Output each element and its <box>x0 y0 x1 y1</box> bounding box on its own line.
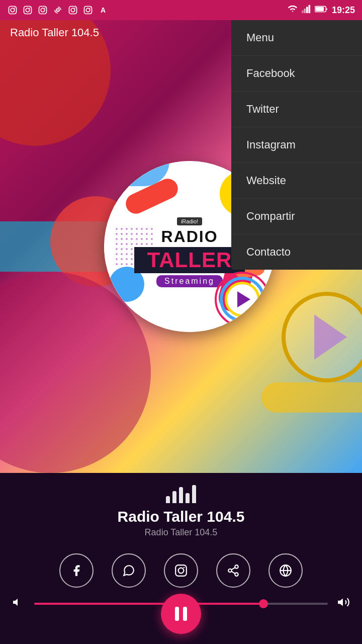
svg-point-28 <box>235 573 238 576</box>
vis-bar-5 <box>192 485 196 503</box>
signal-icon <box>302 5 311 16</box>
share-btn[interactable] <box>216 553 250 588</box>
a-icon: A <box>98 5 109 16</box>
vis-bar-3 <box>179 487 183 503</box>
menu-item-twitter[interactable]: Twitter <box>231 92 362 127</box>
volume-fill <box>34 603 263 605</box>
volume-low-icon <box>12 596 27 611</box>
svg-point-16 <box>89 8 90 9</box>
facebook-btn[interactable] <box>59 553 94 588</box>
svg-point-24 <box>178 568 184 574</box>
svg-point-25 <box>184 567 185 569</box>
svg-rect-17 <box>302 11 304 13</box>
instagram-icon-5 <box>82 5 94 16</box>
menu-item-menu[interactable]: Menu <box>231 20 362 56</box>
logo-iradio: iRadio! <box>177 217 202 225</box>
svg-point-5 <box>29 8 30 9</box>
vis-bar-1 <box>166 496 170 503</box>
svg-point-7 <box>41 8 45 12</box>
svg-marker-33 <box>13 599 18 606</box>
svg-point-2 <box>14 8 15 9</box>
instagram-icon-2 <box>22 5 33 16</box>
svg-point-12 <box>71 8 75 12</box>
station-name: Radio Taller 104.5 <box>0 508 362 525</box>
status-bar: A 19:25 <box>0 0 362 20</box>
bottom-panel: Radio Taller 104.5 Radio Taller 104.5 <box>0 473 362 644</box>
svg-line-30 <box>231 568 235 570</box>
bg-play-circle <box>282 292 362 382</box>
menu-item-compartir[interactable]: Compartir <box>231 199 362 234</box>
svg-rect-6 <box>39 7 47 14</box>
vis-bar-2 <box>172 491 176 503</box>
svg-rect-0 <box>9 7 17 14</box>
menu-item-website[interactable]: Website <box>231 163 362 199</box>
station-info: Radio Taller 104.5 Radio Taller 104.5 <box>0 508 362 538</box>
svg-rect-14 <box>84 7 92 14</box>
visualizer <box>166 485 196 503</box>
social-icons-row <box>0 553 362 588</box>
svg-rect-19 <box>306 7 308 14</box>
instagram-social-btn[interactable] <box>164 553 198 588</box>
svg-point-26 <box>235 565 238 569</box>
menu-item-instagram[interactable]: Instagram <box>231 127 362 163</box>
station-subtitle: Radio Taller 104.5 <box>0 527 362 538</box>
svg-point-27 <box>228 569 232 573</box>
svg-rect-18 <box>304 9 306 13</box>
svg-rect-22 <box>315 7 324 11</box>
status-icons-left: A <box>7 5 109 16</box>
svg-rect-3 <box>24 7 32 14</box>
volume-thumb <box>259 599 268 608</box>
website-btn[interactable] <box>268 553 303 588</box>
pause-icon <box>175 607 187 621</box>
clock: 19:25 <box>332 5 355 16</box>
wifi-icon <box>288 5 298 16</box>
svg-point-10 <box>57 10 58 11</box>
menu-item-contacto[interactable]: Contacto <box>231 234 362 270</box>
svg-point-1 <box>11 8 15 12</box>
logo-streaming: Streaming <box>156 275 223 287</box>
logo-taller: TALLER <box>134 247 245 273</box>
status-icons-right: 19:25 <box>288 5 355 16</box>
podcast-icon <box>52 5 63 16</box>
logo-play-button[interactable] <box>225 282 260 317</box>
instagram-icon-4 <box>67 5 78 16</box>
svg-rect-11 <box>69 7 77 14</box>
svg-rect-20 <box>308 5 310 13</box>
dropdown-menu: Menu Facebook Twitter Instagram Website … <box>231 20 362 270</box>
instagram-icon-3 <box>37 5 48 16</box>
instagram-icon-1 <box>7 5 18 16</box>
whatsapp-btn[interactable] <box>112 553 146 588</box>
volume-high-icon <box>335 596 350 612</box>
svg-point-15 <box>86 8 90 12</box>
vis-bar-4 <box>186 493 190 503</box>
svg-marker-34 <box>338 598 343 606</box>
svg-point-4 <box>26 8 30 12</box>
menu-item-facebook[interactable]: Facebook <box>231 56 362 92</box>
svg-point-13 <box>74 8 75 9</box>
svg-line-29 <box>231 572 235 574</box>
pause-button[interactable] <box>161 594 201 634</box>
svg-rect-23 <box>175 565 187 576</box>
logo-radio: RADIO <box>134 227 245 246</box>
app-title: Radio Taller 104.5 <box>10 26 99 39</box>
svg-point-8 <box>44 8 45 9</box>
battery-icon <box>315 5 328 15</box>
